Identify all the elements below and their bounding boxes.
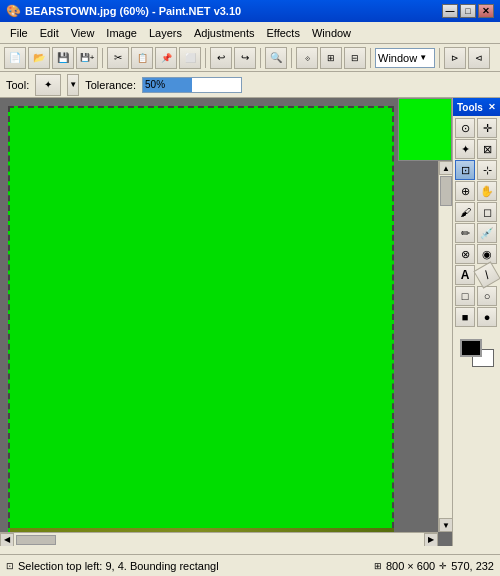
color-swatches xyxy=(453,335,500,371)
minimize-button[interactable]: — xyxy=(442,4,458,18)
menu-layers[interactable]: Layers xyxy=(143,23,188,43)
tools-panel-header: Tools ✕ xyxy=(453,98,500,116)
sep1 xyxy=(102,48,103,68)
line-curve-tool[interactable]: / xyxy=(473,261,500,288)
eraser-tool[interactable]: ◻ xyxy=(477,202,497,222)
undo-button[interactable]: ↩ xyxy=(210,47,232,69)
pencil-tool[interactable]: ✏ xyxy=(455,223,475,243)
tool-dropdown[interactable]: ▼ xyxy=(67,74,79,96)
save-button[interactable]: 💾 xyxy=(52,47,74,69)
window-dropdown[interactable]: Window ▼ xyxy=(375,48,435,68)
redo-button[interactable]: ↪ xyxy=(234,47,256,69)
magic-wand-tool[interactable]: ✦ xyxy=(455,139,475,159)
selection-tool[interactable]: ⊡ xyxy=(455,160,475,180)
selection-icon: ⊡ xyxy=(6,561,14,571)
tolerance-input[interactable]: 50% xyxy=(142,77,242,93)
vertical-scrollbar[interactable]: ▲ ▼ xyxy=(438,161,452,532)
foreground-color-swatch[interactable] xyxy=(460,339,482,357)
toolbar: 📄 📂 💾 💾+ ✂ 📋 📌 ⬜ ↩ ↪ 🔍 ⟐ ⊞ ⊟ Window ▼ ⊳ … xyxy=(0,44,500,72)
tolerance-label: Tolerance: xyxy=(85,79,136,91)
move-tool[interactable]: ✛ xyxy=(477,118,497,138)
app-icon: 🎨 xyxy=(6,4,21,18)
zoom-tool[interactable]: ⊕ xyxy=(455,181,475,201)
sep2 xyxy=(205,48,206,68)
tool-options-bar: Tool: ✦ ▼ Tolerance: 50% xyxy=(0,72,500,98)
menu-adjustments[interactable]: Adjustments xyxy=(188,23,261,43)
hscroll-thumb[interactable] xyxy=(16,535,56,545)
status-bar: ⊡ Selection top left: 9, 4. Bounding rec… xyxy=(0,554,500,576)
canvas-container[interactable]: ▲ ▼ ◀ ▶ xyxy=(0,98,452,546)
paint-bucket-tool[interactable]: ⊠ xyxy=(477,139,497,159)
extra5[interactable]: ⊲ xyxy=(468,47,490,69)
menu-edit[interactable]: Edit xyxy=(34,23,65,43)
status-right: ⊞ 800 × 600 ✛ 570, 232 xyxy=(374,560,494,572)
current-tool-btn[interactable]: ✦ xyxy=(35,74,61,96)
filled-rect-tool[interactable]: ■ xyxy=(455,307,475,327)
copy-button[interactable]: 📋 xyxy=(131,47,153,69)
paste-button[interactable]: 📌 xyxy=(155,47,177,69)
status-cursor-pos: 570, 232 xyxy=(451,560,494,572)
deselect-button[interactable]: ⬜ xyxy=(179,47,201,69)
new-button[interactable]: 📄 xyxy=(4,47,26,69)
chevron-down-icon: ▼ xyxy=(419,53,427,62)
sep6 xyxy=(439,48,440,68)
cursor-icon: ✛ xyxy=(439,561,447,571)
vscroll-down[interactable]: ▼ xyxy=(439,518,452,532)
vscroll-thumb[interactable] xyxy=(440,176,452,206)
status-selection-info: Selection top left: 9, 4. Bounding recta… xyxy=(18,560,219,572)
sep3 xyxy=(260,48,261,68)
save-as-button[interactable]: 💾+ xyxy=(76,47,98,69)
status-dimensions: 800 × 600 xyxy=(386,560,435,572)
window-controls: — □ ✕ xyxy=(442,4,494,18)
open-button[interactable]: 📂 xyxy=(28,47,50,69)
horizontal-scrollbar[interactable]: ◀ ▶ xyxy=(0,532,438,546)
title-text: 🎨 BEARSTOWN.jpg (60%) - Paint.NET v3.10 xyxy=(6,4,241,18)
clone-stamp-tool[interactable]: ⊗ xyxy=(455,244,475,264)
menu-view[interactable]: View xyxy=(65,23,101,43)
menu-window[interactable]: Window xyxy=(306,23,357,43)
menu-image[interactable]: Image xyxy=(100,23,143,43)
sep4 xyxy=(291,48,292,68)
window-dropdown-label: Window xyxy=(378,52,417,64)
dimensions-icon: ⊞ xyxy=(374,561,382,571)
rect-shape-tool[interactable]: □ xyxy=(455,286,475,306)
tools-panel-close[interactable]: ✕ xyxy=(488,102,496,112)
maximize-button[interactable]: □ xyxy=(460,4,476,18)
move-selection-tool[interactable]: ⊹ xyxy=(477,160,497,180)
text-tool[interactable]: A xyxy=(455,265,475,285)
tools-panel: Tools ✕ ⊙ ✛ ✦ ⊠ ⊡ ⊹ ⊕ ✋ 🖌 ◻ ✏ 💉 ⊗ ◉ A / … xyxy=(452,98,500,546)
tools-panel-title: Tools xyxy=(457,102,483,113)
recolor-tool[interactable]: ◉ xyxy=(477,244,497,264)
cut-button[interactable]: ✂ xyxy=(107,47,129,69)
vscroll-up[interactable]: ▲ xyxy=(439,161,452,175)
color-picker-tool[interactable]: 💉 xyxy=(477,223,497,243)
menu-file[interactable]: File xyxy=(4,23,34,43)
hscroll-left[interactable]: ◀ xyxy=(0,533,14,547)
menu-bar: File Edit View Image Layers Adjustments … xyxy=(0,22,500,44)
filled-ellipse-tool[interactable]: ● xyxy=(477,307,497,327)
title-bar: 🎨 BEARSTOWN.jpg (60%) - Paint.NET v3.10 … xyxy=(0,0,500,22)
main-area: ▲ ▼ ◀ ▶ Tools ✕ ⊙ ✛ ✦ ⊠ ⊡ ⊹ ⊕ ✋ 🖌 ◻ ✏ xyxy=(0,98,500,546)
extra4[interactable]: ⊳ xyxy=(444,47,466,69)
menu-effects[interactable]: Effects xyxy=(261,23,306,43)
image-preview xyxy=(398,98,452,161)
zoom-button[interactable]: 🔍 xyxy=(265,47,287,69)
status-left: ⊡ Selection top left: 9, 4. Bounding rec… xyxy=(6,560,219,572)
sep5 xyxy=(370,48,371,68)
hscroll-right[interactable]: ▶ xyxy=(424,533,438,547)
extra2[interactable]: ⊞ xyxy=(320,47,342,69)
ellipse-shape-tool[interactable]: ○ xyxy=(477,286,497,306)
tool-grid: ⊙ ✛ ✦ ⊠ ⊡ ⊹ ⊕ ✋ 🖌 ◻ ✏ 💉 ⊗ ◉ A / □ ○ ■ ● xyxy=(453,116,500,329)
tolerance-value: 50% xyxy=(145,79,165,90)
close-button[interactable]: ✕ xyxy=(478,4,494,18)
lasso-select-tool[interactable]: ⊙ xyxy=(455,118,475,138)
extra1[interactable]: ⟐ xyxy=(296,47,318,69)
extra3[interactable]: ⊟ xyxy=(344,47,366,69)
swatch-pair xyxy=(458,339,496,367)
window-title: BEARSTOWN.jpg (60%) - Paint.NET v3.10 xyxy=(25,5,241,17)
pan-tool[interactable]: ✋ xyxy=(477,181,497,201)
paintbrush-tool[interactable]: 🖌 xyxy=(455,202,475,222)
tool-label: Tool: xyxy=(6,79,29,91)
canvas-image xyxy=(8,106,394,538)
